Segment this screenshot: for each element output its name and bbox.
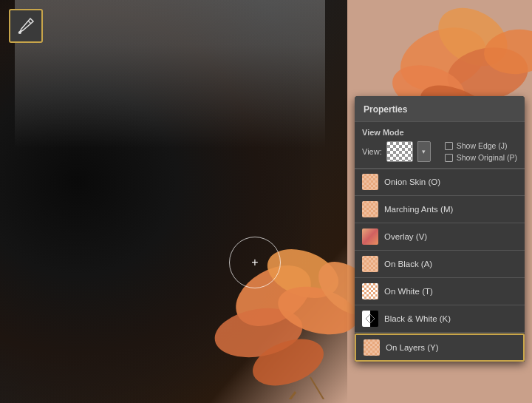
- chevron-down-icon: ▾: [422, 148, 426, 155]
- marching-ants-label: Marching Ants (M): [384, 205, 453, 214]
- on-black-label: On Black (A): [384, 260, 432, 268]
- dropdown-item-on-layers[interactable]: On Layers (Y): [355, 333, 525, 362]
- dropdown-item-on-white[interactable]: On White (T): [355, 279, 525, 304]
- onion-skin-icon: [362, 174, 378, 190]
- marching-ants-icon: [362, 201, 378, 217]
- divider-4: [355, 277, 525, 278]
- svg-line-6: [273, 392, 296, 399]
- view-mode-section: View Mode View: ▾ Show Edge (J): [355, 122, 525, 169]
- panel-header: Properties: [355, 96, 525, 122]
- view-mode-dropdown: Onion Skin (O) Marching Ants (M) Overlay…: [355, 169, 525, 362]
- overlay-icon: [362, 228, 378, 245]
- svg-point-14: [18, 31, 21, 34]
- on-layers-label: On Layers (Y): [386, 343, 439, 352]
- show-original-checkbox-box[interactable]: [445, 154, 453, 162]
- on-black-icon: [362, 256, 378, 272]
- dropdown-item-on-black[interactable]: On Black (A): [355, 251, 525, 277]
- view-dropdown-button[interactable]: ▾: [417, 141, 431, 162]
- dropdown-item-onion-skin[interactable]: Onion Skin (O): [355, 169, 525, 194]
- on-white-icon: [362, 283, 378, 299]
- canvas-area: Properties View Mode View: ▾: [0, 0, 532, 403]
- on-layers-icon: [364, 339, 380, 356]
- bw-label: Black & White (K): [384, 314, 451, 323]
- properties-panel: Properties View Mode View: ▾: [355, 96, 525, 362]
- divider-2: [355, 223, 525, 223]
- onion-skin-label: Onion Skin (O): [384, 177, 440, 186]
- show-original-label: Show Original (P): [457, 153, 517, 162]
- show-original-checkbox[interactable]: Show Original (P): [445, 153, 517, 162]
- svg-line-7: [310, 377, 332, 399]
- divider-5: [355, 305, 525, 305]
- bw-icon: [362, 311, 378, 327]
- view-thumbnail: [386, 141, 413, 162]
- brush-icon: [16, 16, 36, 36]
- show-edge-checkbox-box[interactable]: [445, 142, 453, 150]
- view-mode-label: View Mode: [362, 128, 517, 137]
- view-options: Show Edge (J) Show Original (P): [445, 141, 517, 162]
- show-edge-checkbox[interactable]: Show Edge (J): [445, 141, 517, 150]
- view-label: View:: [362, 147, 382, 156]
- tool-icon-button[interactable]: [9, 9, 43, 43]
- dropdown-item-marching-ants[interactable]: Marching Ants (M): [355, 197, 525, 222]
- on-white-label: On White (T): [384, 287, 433, 296]
- dropdown-item-bw[interactable]: Black & White (K): [355, 306, 525, 331]
- divider-3: [355, 250, 525, 251]
- divider-1: [355, 195, 525, 196]
- panel-title: Properties: [364, 104, 407, 115]
- divider-6: [355, 332, 525, 333]
- overlay-label: Overlay (V): [384, 232, 427, 241]
- selection-circle: [229, 237, 281, 288]
- bw-icon-svg: [362, 311, 378, 327]
- dropdown-item-overlay[interactable]: Overlay (V): [355, 224, 525, 249]
- bg-gray-top: [15, 0, 325, 148]
- show-edge-label: Show Edge (J): [457, 141, 508, 150]
